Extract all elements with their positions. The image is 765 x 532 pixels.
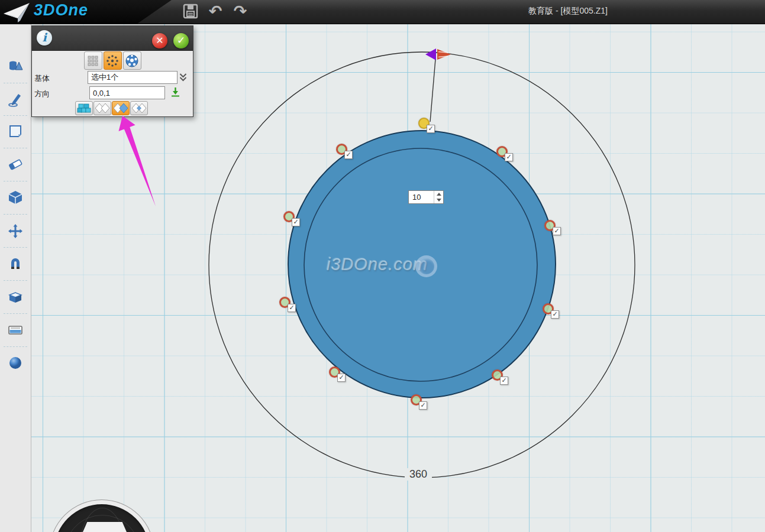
pattern-option-buttons bbox=[75, 101, 148, 115]
pattern-instance-marker[interactable]: ✓ bbox=[411, 394, 427, 410]
tab-spherical-pattern[interactable] bbox=[123, 51, 141, 70]
sidebar-divider bbox=[4, 247, 27, 248]
sidebar-divider bbox=[4, 83, 27, 83]
pattern-dialog: i ✕ ✓ bbox=[31, 25, 193, 117]
instance-checkbox[interactable]: ✓ bbox=[419, 401, 427, 410]
pattern-instance-marker[interactable]: ✓ bbox=[329, 366, 346, 382]
pattern-instance-marker[interactable]: ✓ bbox=[544, 220, 561, 235]
sidebar-divider bbox=[4, 115, 27, 116]
sidebar-divider bbox=[4, 313, 27, 314]
rotation-handle-left-cone[interactable] bbox=[425, 48, 436, 60]
pattern-instance-marker[interactable]: ✓ bbox=[492, 369, 508, 385]
sidebar-divider bbox=[4, 214, 27, 215]
circular-pattern-icon bbox=[105, 54, 120, 68]
base-field-input[interactable] bbox=[88, 71, 177, 84]
sidebar-tool-move[interactable] bbox=[7, 223, 24, 239]
watermark-badge-icon bbox=[415, 255, 437, 277]
pattern-instance-marker[interactable]: ✓ bbox=[496, 146, 513, 161]
linear-pattern-icon bbox=[86, 54, 99, 67]
pattern-seed-marker[interactable]: ✓ bbox=[418, 118, 435, 133]
instance-checkbox[interactable]: ✓ bbox=[292, 218, 300, 226]
plane-icon bbox=[7, 123, 24, 140]
sidebar-divider bbox=[4, 148, 27, 148]
pattern-instance-marker[interactable]: ✓ bbox=[543, 303, 559, 319]
pattern-angle-label[interactable]: 360 bbox=[405, 468, 432, 481]
spinner-buttons bbox=[434, 191, 443, 203]
sketch-pen-icon bbox=[7, 91, 24, 108]
up-arrow-icon bbox=[437, 193, 441, 196]
window-title: 教育版 - [模型005.Z1] bbox=[485, 6, 651, 17]
option-pattern-variant-2[interactable] bbox=[112, 101, 130, 115]
sidebar-tool-combine[interactable] bbox=[7, 288, 24, 305]
sidebar-divider bbox=[4, 181, 27, 181]
primitives-icon bbox=[7, 58, 24, 74]
instance-checkbox[interactable]: ✓ bbox=[288, 304, 296, 312]
level-gauge-icon bbox=[7, 322, 24, 338]
sidebar-tool-primitives[interactable] bbox=[7, 58, 24, 74]
pattern-instance-marker[interactable]: ✓ bbox=[279, 297, 296, 312]
cube-icon bbox=[7, 189, 24, 206]
sidebar-tool-measure[interactable] bbox=[7, 322, 24, 338]
cancel-button[interactable]: ✕ bbox=[152, 33, 167, 48]
direction-field-label: 方向 bbox=[34, 89, 50, 99]
tab-circular-pattern[interactable] bbox=[104, 51, 122, 70]
diamond-center-icon bbox=[131, 102, 147, 114]
dialog-header[interactable]: i ✕ ✓ bbox=[32, 26, 193, 51]
pattern-instance-marker[interactable]: ✓ bbox=[336, 144, 353, 159]
eraser-icon bbox=[7, 156, 24, 173]
spherical-pattern-icon bbox=[125, 54, 139, 68]
down-arrow-icon bbox=[437, 199, 441, 202]
handle-connector-line bbox=[430, 59, 435, 122]
diamond-pair-icon bbox=[95, 102, 110, 114]
magnet-icon bbox=[7, 255, 24, 272]
app-logo: 3DOne bbox=[34, 1, 88, 20]
instance-checkbox[interactable]: ✓ bbox=[337, 374, 346, 382]
instance-checkbox[interactable]: ✓ bbox=[553, 227, 561, 235]
sidebar-tool-snap[interactable] bbox=[7, 255, 24, 272]
option-pattern-variant-1[interactable] bbox=[93, 101, 111, 115]
instance-checkbox[interactable]: ✓ bbox=[551, 310, 559, 319]
instance-checkbox[interactable]: ✓ bbox=[505, 153, 513, 161]
application-window: ✓✓✓✓✓✓✓✓✓✓ 360 i3DOne.com bbox=[0, 0, 765, 532]
sidebar-divider bbox=[4, 346, 27, 347]
pattern-count-input[interactable] bbox=[409, 191, 434, 203]
solids-stack-icon bbox=[76, 102, 92, 114]
instance-checkbox[interactable]: ✓ bbox=[344, 151, 353, 159]
tab-linear-pattern[interactable] bbox=[84, 51, 102, 70]
logo-zone: 3DOne bbox=[0, 0, 172, 24]
undo-icon[interactable]: ↶ bbox=[207, 3, 224, 20]
sidebar-tool-trim[interactable] bbox=[7, 156, 24, 173]
rotation-handle[interactable] bbox=[425, 48, 451, 60]
paper-plane-icon bbox=[2, 2, 31, 23]
sidebar-tool-sketch-plane[interactable] bbox=[7, 123, 24, 140]
base-field-label: 基体 bbox=[34, 73, 50, 84]
tool-sidebar bbox=[0, 24, 31, 532]
pattern-count-spinner[interactable] bbox=[408, 190, 444, 204]
direction-field-input[interactable] bbox=[89, 86, 165, 99]
pattern-type-tabs bbox=[32, 51, 193, 70]
info-icon[interactable]: i bbox=[37, 30, 52, 46]
sidebar-divider bbox=[4, 280, 27, 281]
nav-cube-top-face[interactable] bbox=[83, 522, 127, 532]
rotation-handle-right-cone[interactable] bbox=[437, 49, 451, 60]
instance-checkbox[interactable]: ✓ bbox=[427, 125, 435, 133]
expand-chevron-icon[interactable] bbox=[179, 73, 188, 82]
sidebar-tool-material[interactable] bbox=[7, 355, 24, 371]
confirm-button[interactable]: ✓ bbox=[173, 33, 189, 48]
sidebar-tool-feature[interactable] bbox=[7, 189, 24, 206]
sidebar-tool-sketch[interactable] bbox=[7, 91, 24, 108]
save-icon[interactable] bbox=[182, 3, 199, 20]
open-box-icon bbox=[7, 288, 24, 305]
redo-icon[interactable]: ↷ bbox=[232, 3, 248, 20]
watermark-text: i3DOne.com bbox=[327, 255, 428, 274]
option-pattern-variant-3[interactable] bbox=[130, 101, 148, 115]
move-arrows-icon bbox=[7, 223, 24, 239]
spinner-up-button[interactable] bbox=[434, 191, 443, 197]
pick-direction-icon[interactable] bbox=[170, 86, 180, 98]
instance-checkbox[interactable]: ✓ bbox=[500, 377, 508, 385]
sphere-icon bbox=[7, 355, 24, 371]
title-bar: 3DOne ↶ ↷ 教育版 - [模型005.Z1] bbox=[0, 0, 765, 24]
spinner-down-button[interactable] bbox=[434, 197, 443, 204]
option-pattern-solids[interactable] bbox=[75, 101, 93, 115]
pattern-instance-marker[interactable]: ✓ bbox=[283, 211, 300, 226]
